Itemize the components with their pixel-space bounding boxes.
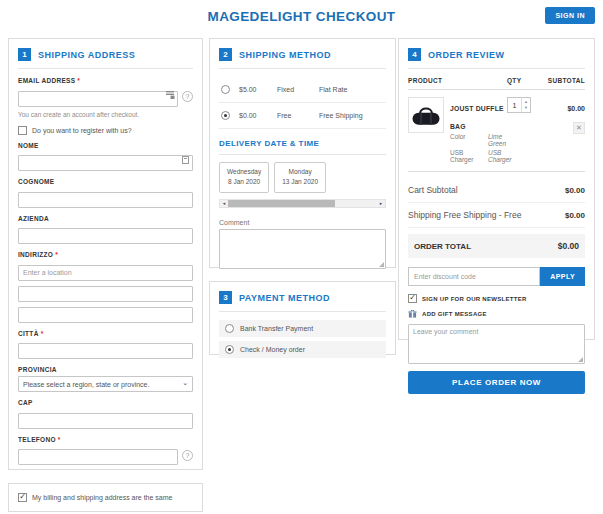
page-title: MAGEDELIGHT CHECKOUT [0,9,603,24]
shipping-price: $0.00 [239,112,277,119]
item-subtotal: $0.00 [567,105,585,112]
email-field[interactable] [18,91,178,107]
order-review-panel: 4 ORDER REVIEW PRODUCT QTY SUBTOTAL JOUS… [398,38,595,340]
shipping-method-name: Free [277,112,319,119]
indirizzo-line2-field[interactable] [18,286,193,302]
azienda-field[interactable] [18,228,193,244]
billing-same-checkbox[interactable] [18,493,27,502]
payment-method-title: PAYMENT METHOD [239,293,330,303]
citta-label: CITTÀ* [18,330,193,337]
shipping-method-panel: 2 SHIPPING METHOD $5.00 Fixed Flat Rate … [209,38,396,268]
shipping-method-title: SHIPPING METHOD [239,50,331,60]
delivery-date-option-2[interactable]: Monday 13 Jan 2020 [274,162,326,193]
nome-label: NOME [18,142,193,149]
discount-code-input[interactable] [408,267,540,286]
newsletter-label: SIGN UP FOR OUR NEWSLETTER [422,296,527,302]
shipping-carrier: Free Shipping [319,112,384,119]
scroll-right-icon[interactable]: ▸ [377,200,385,206]
payment-option-bank-transfer[interactable]: Bank Transfer Payment [219,320,386,337]
register-checkbox[interactable] [18,126,27,135]
shipping-address-title: SHIPPING ADDRESS [38,50,135,60]
form-field-icon [181,156,190,164]
comment-label: Comment [219,219,386,226]
shipping-address-header: 1 SHIPPING ADDRESS [18,48,193,69]
quantity-stepper[interactable]: ▲ ▼ [507,97,531,113]
total-value: $0.00 [565,186,585,195]
email-help-icon[interactable]: ? [182,91,193,102]
column-subtotal: SUBTOTAL [543,77,585,84]
telefono-help-icon[interactable]: ? [182,450,193,461]
required-asterisk: * [58,436,61,443]
scrollbar-thumb[interactable] [228,200,335,207]
radio-selected-icon[interactable] [221,111,230,120]
order-total-row: ORDER TOTAL $0.00 [408,234,585,258]
radio-selected-icon[interactable] [225,345,234,354]
required-asterisk: * [55,251,58,258]
product-name: JOUST DUFFLE BAG [450,105,504,130]
delivery-date: 8 Jan 2020 [227,177,261,187]
step-4-badge: 4 [408,48,421,61]
delivery-day: Wednesday [227,167,261,177]
step-3-badge: 3 [219,291,232,304]
shipping-address-panel: 1 SHIPPING ADDRESS EMAIL ADDRESS* ? You … [8,38,203,470]
newsletter-checkbox[interactable] [408,294,417,303]
remove-item-icon[interactable]: ✕ [573,122,585,134]
payment-option-label: Bank Transfer Payment [240,325,313,332]
product-image [408,97,444,133]
provincia-select[interactable]: Please select a region, state or provinc… [18,376,193,392]
telefono-label: TELEFONO* [18,436,193,443]
qty-decrease-icon[interactable]: ▼ [522,105,530,111]
radio-unselected-icon[interactable] [221,85,230,94]
citta-field[interactable] [18,343,193,359]
shipping-carrier: Flat Rate [319,86,384,93]
column-product: PRODUCT [408,77,507,84]
payment-method-header: 3 PAYMENT METHOD [219,291,386,312]
radio-unselected-icon[interactable] [225,324,234,333]
cognome-field[interactable] [18,192,193,208]
attr-label: USB Charger [450,149,480,163]
add-gift-message-label[interactable]: ADD GIFT MESSAGE [422,311,487,317]
cap-field[interactable] [18,413,193,429]
delivery-comment-textarea[interactable] [219,229,386,269]
place-order-button[interactable]: PLACE ORDER NOW [408,371,585,394]
shipping-option-flat-rate[interactable]: $5.00 Fixed Flat Rate [219,77,386,103]
total-label: Cart Subtotal [408,185,458,195]
resize-handle-icon[interactable] [379,262,384,267]
payment-option-check-money-order[interactable]: Check / Money order [219,341,386,358]
resize-handle-icon[interactable] [578,357,583,362]
required-asterisk: * [41,330,44,337]
scroll-left-icon[interactable]: ◂ [220,200,228,206]
email-note: You can create an account after checkout… [18,111,193,118]
indirizzo-field[interactable] [18,265,193,281]
attr-label: Color [450,133,480,147]
qty-input[interactable] [508,98,521,112]
order-table-header: PRODUCT QTY SUBTOTAL [408,77,585,90]
step-2-badge: 2 [219,48,232,61]
order-review-title: ORDER REVIEW [428,50,505,60]
delivery-day: Monday [282,167,318,177]
order-comment-textarea[interactable] [408,324,585,364]
cognome-label: COGNOME [18,178,193,185]
sign-in-button[interactable]: SIGN IN [545,7,595,24]
shipping-option-free-shipping[interactable]: $0.00 Free Free Shipping [219,103,386,129]
shipping-price: $5.00 [239,86,277,93]
gift-icon [408,309,417,318]
indirizzo-label: INDIRIZZO* [18,251,193,258]
cart-subtotal-row: Cart Subtotal $0.00 [408,178,585,203]
payment-method-panel: 3 PAYMENT METHOD Bank Transfer Payment C… [209,281,396,355]
autofill-icon [166,91,175,99]
scrollbar-track[interactable] [228,200,377,207]
delivery-date-option-1[interactable]: Wednesday 8 Jan 2020 [219,162,269,193]
indirizzo-line3-field[interactable] [18,307,193,323]
email-label: EMAIL ADDRESS* [18,77,193,84]
shipping-total-row: Shipping Free Shipping - Free $0.00 [408,203,585,228]
telefono-field[interactable] [18,449,178,465]
cart-item-row: JOUST DUFFLE BAG Color Lime Green USB Ch… [408,97,585,172]
dates-scrollbar[interactable]: ◂ ▸ [219,199,386,208]
provincia-label: PROVINCIA [18,366,193,373]
register-label: Do you want to register with us? [32,127,132,134]
nome-field[interactable] [18,155,193,171]
billing-same-label: My billing and shipping address are the … [32,494,172,501]
order-review-header: 4 ORDER REVIEW [408,48,585,69]
apply-discount-button[interactable]: APPLY [540,267,585,286]
